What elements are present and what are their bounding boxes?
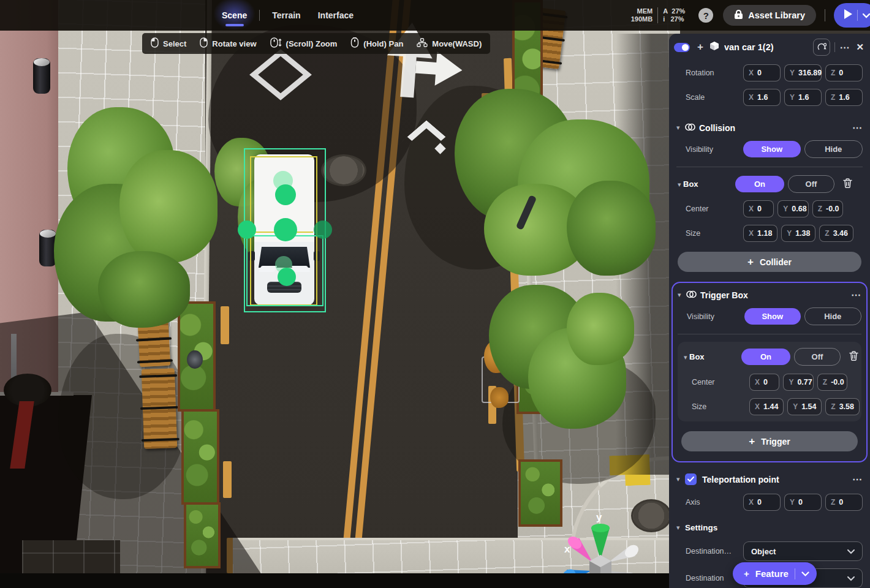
- rotation-x-field[interactable]: X0: [743, 64, 781, 81]
- stat-a: A 27%: [663, 7, 685, 15]
- planter-box: [181, 409, 219, 505]
- destination-type-select[interactable]: Object: [743, 541, 863, 561]
- teleportation-checkbox[interactable]: [685, 473, 697, 485]
- diamond-decal: [248, 50, 300, 91]
- road-edge-dash: [223, 461, 232, 498]
- play-chevron-icon[interactable]: [863, 10, 870, 21]
- rotation-y-field[interactable]: Y316.89: [784, 64, 822, 81]
- center-z-field[interactable]: Z-0.0: [812, 200, 843, 217]
- tab-terrain[interactable]: Terrain: [263, 0, 309, 31]
- size-y-field[interactable]: Y1.38: [781, 225, 815, 242]
- rotation-z-field[interactable]: Z0: [825, 64, 863, 81]
- gizmo-handle[interactable]: [274, 218, 297, 241]
- size-z-field[interactable]: Z3.58: [825, 398, 860, 415]
- help-button[interactable]: ?: [698, 8, 713, 23]
- on-button[interactable]: On: [735, 176, 784, 192]
- viewport-toolbar: Select Rotate view (Scroll) Zoom (Hold) …: [142, 33, 490, 54]
- center-z-field[interactable]: Z-0.0: [817, 374, 847, 391]
- gizmo-handle[interactable]: [238, 221, 256, 239]
- hide-button[interactable]: Hide: [804, 307, 862, 325]
- feature-chevron-icon[interactable]: [801, 568, 809, 579]
- box-label: ▾ Box: [676, 179, 735, 189]
- tree: [567, 181, 656, 276]
- axis-label: Axis: [676, 498, 743, 507]
- more-options-icon[interactable]: ⋯: [839, 42, 850, 53]
- size-x-field[interactable]: X1.18: [743, 225, 777, 242]
- scale-y-field[interactable]: Y1.6: [784, 89, 822, 106]
- size-y-field[interactable]: Y1.54: [787, 398, 822, 415]
- add-collider-button[interactable]: +Collider: [678, 252, 861, 272]
- add-trigger-button[interactable]: +Trigger: [681, 431, 858, 451]
- center-row: Center X0 Y0.68 Z-0.0: [676, 200, 843, 217]
- center-y-field[interactable]: Y0.77: [783, 374, 813, 391]
- tool-pan[interactable]: (Hold) Pan: [350, 37, 403, 50]
- axis-x-field[interactable]: X0: [743, 494, 781, 511]
- lock-icon: [734, 10, 743, 21]
- object-enabled-toggle[interactable]: [674, 43, 690, 52]
- visibility-label: Visibility: [676, 145, 743, 154]
- tool-zoom[interactable]: (Scroll) Zoom: [270, 37, 338, 50]
- play-button[interactable]: [834, 3, 870, 28]
- add-feature-button[interactable]: + Feature: [733, 562, 817, 585]
- destination-type-label: Destination…: [676, 547, 743, 556]
- asset-library-label: Asset Library: [748, 10, 805, 20]
- question-icon: ?: [703, 10, 709, 21]
- settings-header[interactable]: ▾ Settings: [676, 523, 863, 532]
- scale-row: Scale X1.6 Y1.6 Z1.6: [676, 89, 863, 106]
- more-options-icon[interactable]: ⋯: [852, 473, 863, 485]
- road-edge-dash: [221, 306, 229, 344]
- collapse-caret-icon[interactable]: ▾: [678, 291, 686, 299]
- scale-x-field[interactable]: X1.6: [743, 89, 781, 106]
- collapse-caret-icon[interactable]: ▾: [676, 124, 685, 132]
- tool-move[interactable]: Move(WASD): [417, 38, 482, 49]
- chevron-down-icon: [847, 573, 855, 584]
- van-object[interactable]: [244, 146, 326, 314]
- add-component-button[interactable]: +: [697, 41, 703, 53]
- more-options-icon[interactable]: ⋯: [851, 289, 861, 301]
- tool-rotate-view[interactable]: Rotate view: [200, 37, 256, 50]
- hide-button[interactable]: Hide: [804, 140, 863, 158]
- gizmo-handle[interactable]: [278, 268, 296, 286]
- header-divider: [834, 42, 835, 52]
- collapse-caret-icon: ▾: [678, 181, 681, 188]
- tree: [98, 251, 190, 328]
- more-options-icon[interactable]: ⋯: [852, 122, 863, 134]
- tool-select[interactable]: Select: [151, 37, 186, 50]
- collapse-caret-icon[interactable]: ▾: [676, 475, 685, 483]
- show-button[interactable]: Show: [744, 308, 801, 325]
- stats-divider: [657, 7, 658, 23]
- scale-z-field[interactable]: Z1.6: [825, 89, 863, 106]
- mouse-scroll-icon: [270, 37, 282, 50]
- gizmo-handle[interactable]: [314, 221, 332, 239]
- tab-scene[interactable]: Scene: [213, 0, 255, 31]
- trash-icon[interactable]: [849, 351, 858, 363]
- center-y-field[interactable]: Y0.68: [777, 200, 808, 217]
- off-button[interactable]: Off: [794, 348, 841, 366]
- close-icon[interactable]: ✕: [856, 42, 864, 53]
- collision-icon: [685, 123, 695, 134]
- replace-object-button[interactable]: [813, 39, 830, 56]
- trash-icon[interactable]: [843, 178, 852, 190]
- bench: [142, 368, 178, 449]
- axis-y-field[interactable]: Y0: [784, 494, 822, 511]
- size-x-field[interactable]: X1.44: [749, 398, 784, 415]
- off-button[interactable]: Off: [788, 175, 834, 193]
- asset-library-button[interactable]: Asset Library: [723, 5, 816, 26]
- axis-z-field[interactable]: Z0: [825, 494, 863, 511]
- show-button[interactable]: Show: [743, 141, 801, 157]
- tab-interface[interactable]: Interface: [309, 0, 362, 31]
- center-x-field[interactable]: X0: [749, 374, 779, 391]
- axis-row: Axis X0 Y0 Z0: [676, 494, 863, 511]
- center-x-field[interactable]: X0: [743, 200, 774, 217]
- divider: [678, 334, 861, 334]
- feature-split-divider: [795, 568, 795, 579]
- gizmo-handle[interactable]: [275, 184, 296, 205]
- manhole-cover: [321, 154, 366, 186]
- scale-label: Scale: [676, 93, 743, 102]
- box-row: ▾ Box On Off: [676, 175, 863, 193]
- on-button[interactable]: On: [741, 349, 790, 365]
- box-row: ▾ Box On Off: [683, 348, 857, 366]
- axis-y-label: Y: [790, 69, 795, 77]
- svg-text:y: y: [596, 511, 602, 523]
- size-z-field[interactable]: Z3.46: [819, 225, 853, 242]
